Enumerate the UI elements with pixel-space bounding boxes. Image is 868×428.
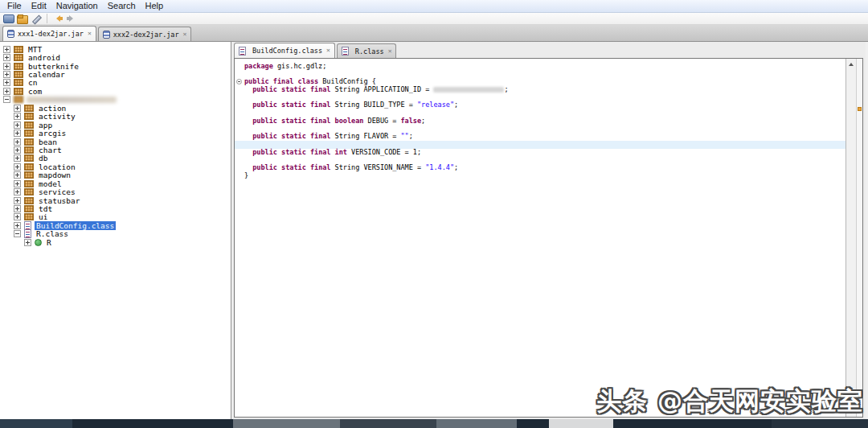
fold-icon[interactable] [236,79,242,84]
expand-icon[interactable] [14,130,21,137]
package-icon [24,105,34,112]
tree-item-tdt[interactable]: tdt [0,204,231,212]
menu-item-help[interactable]: Help [141,0,169,12]
tab-close-icon[interactable]: ✕ [326,47,330,54]
expand-icon[interactable] [3,79,10,86]
tree-item-action[interactable]: action [0,104,231,112]
tab-R-class[interactable]: R.class✕ [337,43,397,58]
code-token: String VERSION_NAME = [330,163,425,171]
tab-xxx2-dex2jar-jar[interactable]: xxx2-dex2jar.jar✕ [98,27,192,41]
expand-icon[interactable] [14,222,21,229]
forward-icon[interactable] [66,14,77,24]
back-icon[interactable] [52,14,63,24]
package-icon [24,205,34,212]
expand-icon[interactable] [3,71,10,78]
annotation-marker[interactable] [858,107,862,111]
expand-icon[interactable] [14,105,21,112]
tree-item-db[interactable]: db [0,154,231,163]
tab-label: BuildConfig.class [252,47,322,55]
menu-item-edit[interactable]: Edit [27,0,51,12]
collapse-icon[interactable] [14,230,21,237]
tree-item-bean[interactable]: bean [0,138,231,146]
tree-item-BuildConfig-class[interactable]: BuildConfig.class [0,221,231,229]
menu-item-navigation[interactable]: Navigation [51,0,103,12]
open-file-icon[interactable] [3,14,14,24]
tree-item-ui[interactable]: ui [0,213,231,221]
tab-xxx1-dex2jar-jar[interactable]: xxx1-dex2jar.jar✕ [2,26,96,41]
scrollbar[interactable] [845,59,856,417]
string-token: "" [400,132,408,140]
tree-item-R-class[interactable]: R.class [0,230,231,238]
tab-close-icon[interactable]: ✕ [182,31,187,38]
tree-item-com[interactable]: com [0,87,231,95]
taskbar-segment [340,419,436,428]
tree-item-statusbar[interactable]: statusbar [0,196,231,204]
expand-icon[interactable] [3,88,10,95]
tab-label: xxx1-dex2jar.jar [18,30,84,38]
package-icon [24,197,34,204]
code-editor[interactable]: package gis.hc.gdlz;public final class B… [235,59,845,417]
package-tree[interactable]: MTTandroidbutterknifecalendarcncomaction… [0,42,231,419]
package-icon [14,79,23,86]
keyword-token: public final class [244,77,318,85]
tree-item-model[interactable]: model [0,179,231,187]
classfile-icon [342,47,349,56]
package-icon [14,46,23,53]
tree-item-label: mapdown [37,171,72,179]
expand-icon[interactable] [14,188,21,195]
tab-close-icon[interactable]: ✕ [87,31,92,37]
tree-item-cn[interactable]: cn [0,79,231,87]
tab-close-icon[interactable]: ✕ [387,48,392,55]
tree-item-butterknife[interactable]: butterknife [0,62,231,70]
expand-icon[interactable] [24,239,31,246]
keyword-token: public static final [252,163,330,171]
taskbar-strip [0,419,868,428]
open-folder-icon[interactable] [17,14,28,24]
expand-icon[interactable] [3,54,10,61]
code-line: package gis.hc.gdlz; [235,63,845,71]
expand-icon[interactable] [14,113,21,120]
tree-item-label: model [37,179,63,188]
expand-icon[interactable] [14,138,21,146]
pen-icon[interactable] [31,14,42,24]
tree-item-location[interactable]: location [0,163,231,171]
expand-icon[interactable] [3,63,10,70]
tree-item-R[interactable]: R [0,238,231,246]
tree-item-app[interactable]: app [0,121,231,129]
tree-item-redacted[interactable] [0,96,231,104]
tree-item-chart[interactable]: chart [0,146,231,154]
tree-item-arcgis[interactable]: arcgis [0,129,231,137]
expand-icon[interactable] [14,146,21,154]
expand-icon[interactable] [14,197,21,204]
tree-item-label: bean [37,138,59,146]
tree-item-mapdown[interactable]: mapdown [0,171,231,179]
keyword-token: public static final [252,101,330,109]
code-token [244,163,252,171]
expand-icon[interactable] [14,121,21,129]
tree-item-android[interactable]: android [0,53,231,61]
code-token [244,132,252,140]
expand-icon[interactable] [14,180,21,187]
code-token [244,148,252,156]
expand-icon[interactable] [14,154,21,162]
menu-item-file[interactable]: File [2,0,27,12]
menu-item-search[interactable]: Search [103,0,141,12]
tree-item-label: android [27,53,62,62]
tree-item-calendar[interactable]: calendar [0,70,231,78]
expand-icon[interactable] [14,163,21,171]
keyword-token: public static final [252,132,330,140]
expand-icon[interactable] [14,213,21,220]
package-icon [24,171,34,179]
expand-icon[interactable] [14,171,21,179]
package-icon [24,163,34,171]
expand-icon[interactable] [14,205,21,212]
tree-item-MTT[interactable]: MTT [0,45,231,53]
tree-item-activity[interactable]: activity [0,113,231,121]
classfile-icon [239,47,246,56]
tab-BuildConfig-class[interactable]: BuildConfig.class✕ [234,43,335,58]
code-token: ; [421,117,425,125]
collapse-icon[interactable] [3,96,10,103]
tree-item-services[interactable]: services [0,187,231,195]
expand-icon[interactable] [3,46,10,53]
scroll-up-icon[interactable] [846,59,856,68]
